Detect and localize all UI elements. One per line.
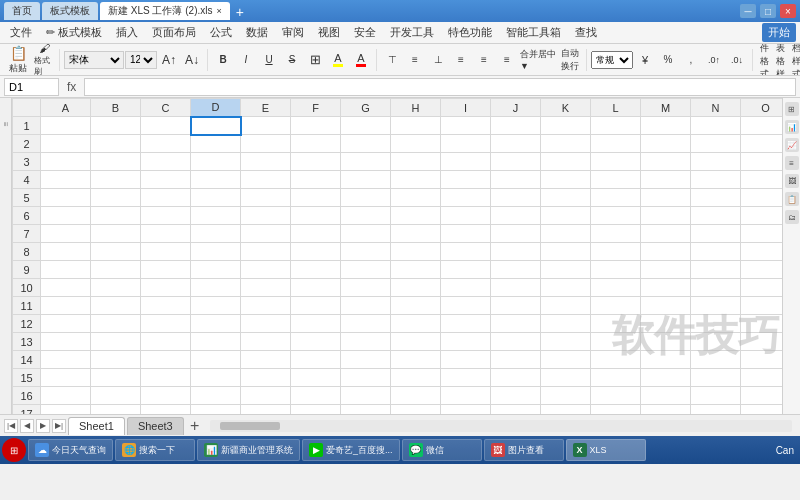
table-row[interactable] xyxy=(391,351,441,369)
table-row[interactable] xyxy=(541,351,591,369)
table-row[interactable] xyxy=(391,207,441,225)
table-row[interactable] xyxy=(191,279,241,297)
format-brush-button[interactable]: 🖌 格式刷 xyxy=(33,49,55,71)
table-row[interactable] xyxy=(41,297,91,315)
table-row[interactable] xyxy=(691,153,741,171)
table-row[interactable] xyxy=(491,225,541,243)
table-row[interactable] xyxy=(41,207,91,225)
table-row[interactable] xyxy=(41,189,91,207)
table-row[interactable] xyxy=(391,369,441,387)
table-row[interactable] xyxy=(241,171,291,189)
table-row[interactable] xyxy=(541,153,591,171)
table-row[interactable] xyxy=(291,261,341,279)
table-row[interactable] xyxy=(441,225,491,243)
table-row[interactable] xyxy=(541,135,591,153)
col-header-G[interactable]: G xyxy=(341,99,391,117)
table-row[interactable] xyxy=(291,405,341,415)
right-btn-7[interactable]: 🗂 xyxy=(785,210,799,224)
table-row[interactable] xyxy=(191,171,241,189)
table-row[interactable] xyxy=(291,207,341,225)
col-header-L[interactable]: L xyxy=(591,99,641,117)
table-row[interactable] xyxy=(191,315,241,333)
table-row[interactable] xyxy=(391,315,441,333)
table-row[interactable] xyxy=(491,153,541,171)
align-right-button[interactable]: ≡ xyxy=(496,49,518,71)
table-row[interactable] xyxy=(141,315,191,333)
table-row[interactable] xyxy=(591,225,641,243)
table-row[interactable] xyxy=(141,243,191,261)
table-row[interactable] xyxy=(491,261,541,279)
table-row[interactable] xyxy=(591,333,641,351)
sheet-tab-sheet1[interactable]: Sheet1 xyxy=(68,417,125,435)
table-row[interactable] xyxy=(141,189,191,207)
table-row[interactable] xyxy=(391,135,441,153)
table-row[interactable] xyxy=(591,135,641,153)
table-row[interactable] xyxy=(441,315,491,333)
table-row[interactable] xyxy=(141,225,191,243)
tab-workbook-close[interactable]: × xyxy=(216,6,221,16)
table-row[interactable] xyxy=(641,153,691,171)
table-row[interactable] xyxy=(241,135,291,153)
table-row[interactable] xyxy=(491,189,541,207)
table-row[interactable] xyxy=(491,171,541,189)
table-row[interactable] xyxy=(441,387,491,405)
table-row[interactable] xyxy=(341,315,391,333)
table-row[interactable] xyxy=(641,189,691,207)
table-row[interactable] xyxy=(41,279,91,297)
maximize-button[interactable]: □ xyxy=(760,4,776,18)
table-row[interactable] xyxy=(741,405,783,415)
table-row[interactable] xyxy=(91,297,141,315)
table-row[interactable] xyxy=(541,279,591,297)
table-row[interactable] xyxy=(641,135,691,153)
col-header-C[interactable]: C xyxy=(141,99,191,117)
menu-search[interactable]: 查找 xyxy=(569,23,603,42)
table-row[interactable] xyxy=(591,351,641,369)
table-row[interactable] xyxy=(341,189,391,207)
table-row[interactable] xyxy=(691,225,741,243)
table-row[interactable] xyxy=(691,315,741,333)
table-row[interactable] xyxy=(641,117,691,135)
table-row[interactable] xyxy=(91,351,141,369)
table-row[interactable] xyxy=(491,135,541,153)
row-header-11[interactable]: 11 xyxy=(13,297,41,315)
table-row[interactable] xyxy=(141,297,191,315)
formula-input[interactable] xyxy=(84,78,796,96)
row-header-13[interactable]: 13 xyxy=(13,333,41,351)
row-header-5[interactable]: 5 xyxy=(13,189,41,207)
table-row[interactable] xyxy=(691,297,741,315)
table-row[interactable] xyxy=(391,405,441,415)
table-row[interactable] xyxy=(391,243,441,261)
table-row[interactable] xyxy=(541,261,591,279)
table-row[interactable] xyxy=(341,171,391,189)
table-row[interactable] xyxy=(341,279,391,297)
table-row[interactable] xyxy=(391,297,441,315)
table-row[interactable] xyxy=(191,333,241,351)
table-row[interactable] xyxy=(191,351,241,369)
table-row[interactable] xyxy=(641,297,691,315)
table-row[interactable] xyxy=(441,207,491,225)
table-row[interactable] xyxy=(741,315,783,333)
row-header-15[interactable]: 15 xyxy=(13,369,41,387)
add-tab-button[interactable]: + xyxy=(232,4,248,20)
col-header-K[interactable]: K xyxy=(541,99,591,117)
table-row[interactable] xyxy=(441,171,491,189)
table-row[interactable] xyxy=(191,297,241,315)
row-header-3[interactable]: 3 xyxy=(13,153,41,171)
tab-template[interactable]: 板式模板 xyxy=(42,2,98,20)
col-header-B[interactable]: B xyxy=(91,99,141,117)
table-row[interactable] xyxy=(591,279,641,297)
col-header-M[interactable]: M xyxy=(641,99,691,117)
table-row[interactable] xyxy=(541,117,591,135)
table-row[interactable] xyxy=(741,135,783,153)
row-header-8[interactable]: 8 xyxy=(13,243,41,261)
table-row[interactable] xyxy=(491,333,541,351)
col-header-H[interactable]: H xyxy=(391,99,441,117)
tab-home[interactable]: 首页 xyxy=(4,2,40,20)
add-sheet-button[interactable]: + xyxy=(186,417,204,435)
table-row[interactable] xyxy=(91,405,141,415)
table-row[interactable] xyxy=(341,351,391,369)
table-row[interactable] xyxy=(691,243,741,261)
table-row[interactable] xyxy=(591,189,641,207)
table-row[interactable] xyxy=(641,243,691,261)
taskbar-weather[interactable]: ☁ 今日天气查询 xyxy=(28,439,113,461)
